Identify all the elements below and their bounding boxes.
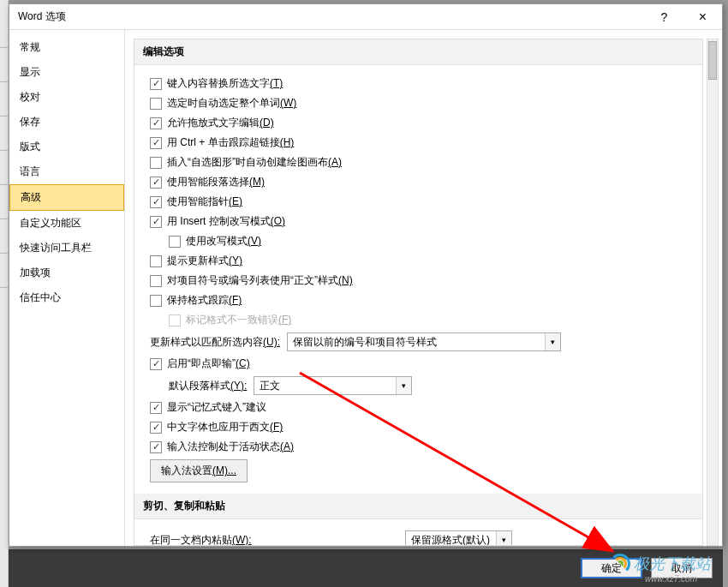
chevron-down-icon: ▾ — [545, 333, 560, 350]
label-default-para: 默认段落样式(Y): — [169, 379, 247, 393]
label-ime-active: 输入法控制处于活动状态(A) — [167, 440, 294, 454]
options-content: 编辑选项 键入内容替换所选文字(T) 选定时自动选定整个单词(W) 允许拖放式文… — [134, 39, 703, 546]
sidebar-item-proofing[interactable]: 校对 — [9, 85, 124, 110]
section-paste-header: 剪切、复制和粘贴 — [134, 494, 702, 519]
label-normal-bullets: 对项目符号或编号列表使用“正文”样式(N) — [167, 273, 353, 288]
select-same-doc-paste[interactable]: 保留源格式(默认) ▾ — [405, 530, 512, 546]
scroll-thumb[interactable] — [708, 41, 717, 80]
select-update-style[interactable]: 保留以前的编号和项目符号样式 ▾ — [287, 332, 561, 351]
sidebar-item-save[interactable]: 保存 — [9, 110, 124, 135]
label-update-style: 更新样式以匹配所选内容(U): — [150, 335, 280, 350]
label-prompt-style: 提示更新样式(Y) — [167, 254, 242, 268]
label-use-overtype: 使用改写模式(V) — [186, 234, 261, 249]
select-default-para[interactable]: 正文 ▾ — [254, 376, 412, 395]
sidebar-item-trust-center[interactable]: 信任中心 — [9, 285, 124, 310]
label-autoshape-canvas: 插入“自选图形”时自动创建绘图画布(A) — [167, 155, 342, 170]
checkbox-keep-track-fmt[interactable] — [150, 295, 162, 307]
sidebar-item-general[interactable]: 常规 — [9, 35, 124, 60]
checkbox-smart-para[interactable] — [150, 177, 162, 189]
left-edge-ruler — [0, 0, 9, 587]
sidebar-item-advanced[interactable]: 高级 — [9, 184, 124, 211]
sidebar-item-addins[interactable]: 加载项 — [9, 261, 124, 285]
label-auto-select-word: 选定时自动选定整个单词(W) — [167, 96, 296, 111]
sidebar-item-quick-access[interactable]: 快速访问工具栏 — [9, 236, 124, 261]
label-cjk-western: 中文字体也应用于西文(F) — [167, 420, 283, 434]
vertical-scrollbar[interactable] — [707, 39, 719, 546]
sidebar-item-display[interactable]: 显示 — [9, 60, 124, 85]
checkbox-use-overtype[interactable] — [169, 236, 181, 248]
checkbox-auto-select-word[interactable] — [150, 98, 162, 110]
sidebar-item-layout[interactable]: 版式 — [9, 135, 124, 159]
checkbox-autoshape-canvas[interactable] — [150, 157, 162, 169]
checkbox-ctrl-click[interactable] — [150, 137, 162, 149]
sidebar-item-customize-ribbon[interactable]: 自定义功能区 — [9, 211, 124, 236]
label-replace-selected: 键入内容替换所选文字(T) — [167, 76, 283, 91]
checkbox-drag-drop[interactable] — [150, 117, 162, 129]
word-options-dialog: Word 选项 ? × 常规 显示 校对 保存 版式 语言 高级 自定义功能区 … — [9, 3, 723, 547]
checkbox-mark-inconsist — [169, 314, 181, 326]
close-button[interactable]: × — [683, 9, 722, 25]
help-button[interactable]: ? — [645, 10, 683, 24]
watermark-icon — [610, 554, 630, 574]
label-insert-overtype: 用 Insert 控制改写模式(O) — [167, 214, 285, 229]
label-keep-track-fmt: 保持格式跟踪(F) — [167, 293, 242, 308]
chevron-down-icon: ▾ — [496, 531, 511, 546]
checkbox-smart-cursor[interactable] — [150, 196, 162, 208]
label-same-doc-paste: 在同一文档内粘贴(W): — [150, 533, 398, 547]
label-click-type: 启用“即点即输”(C) — [167, 356, 250, 371]
label-mark-inconsist: 标记格式不一致错误(F) — [186, 313, 291, 327]
checkbox-cjk-western[interactable] — [150, 422, 162, 434]
checkbox-ime-active[interactable] — [150, 441, 162, 453]
category-sidebar: 常规 显示 校对 保存 版式 语言 高级 自定义功能区 快速访问工具栏 加载项 … — [9, 30, 125, 546]
checkbox-autocomplete[interactable] — [150, 402, 162, 414]
section-edit-header: 编辑选项 — [134, 39, 702, 65]
ime-settings-button[interactable]: 输入法设置(M)... — [150, 459, 248, 482]
checkbox-normal-bullets[interactable] — [150, 275, 162, 287]
watermark-url: www.xz7.com — [645, 574, 697, 584]
label-autocomplete: 显示“记忆式键入”建议 — [167, 400, 266, 415]
window-title: Word 选项 — [18, 9, 645, 24]
titlebar: Word 选项 ? × — [9, 4, 722, 30]
label-smart-para: 使用智能段落选择(M) — [167, 175, 265, 189]
chevron-down-icon: ▾ — [396, 377, 411, 394]
checkbox-prompt-style[interactable] — [150, 255, 162, 267]
label-drag-drop: 允许拖放式文字编辑(D) — [167, 116, 274, 130]
checkbox-insert-overtype[interactable] — [150, 216, 162, 228]
checkbox-click-type[interactable] — [150, 358, 162, 370]
label-ctrl-click: 用 Ctrl + 单击跟踪超链接(H) — [167, 135, 294, 150]
sidebar-item-language[interactable]: 语言 — [9, 159, 124, 184]
label-smart-cursor: 使用智能指针(E) — [167, 195, 242, 209]
checkbox-replace-selected[interactable] — [150, 78, 162, 90]
watermark-logo: 极光下载站 — [610, 554, 711, 574]
